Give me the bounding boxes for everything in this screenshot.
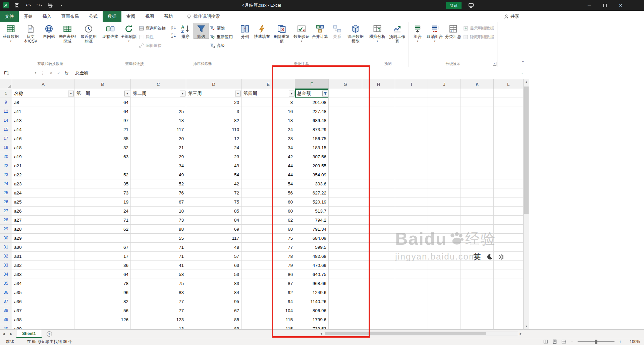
cell-H32[interactable] xyxy=(362,252,395,261)
cell-B26[interactable]: 19 xyxy=(74,197,131,207)
cell-C36[interactable]: 83 xyxy=(131,288,186,297)
cell-D36[interactable]: 84 xyxy=(186,288,241,297)
cell-H15[interactable] xyxy=(362,125,395,134)
cell-B34[interactable]: 64 xyxy=(74,270,131,279)
cell-I35[interactable] xyxy=(395,279,428,288)
formula-bar-resizer[interactable]: ⋮ xyxy=(39,67,46,79)
cell-K9[interactable] xyxy=(461,98,494,107)
undo-button[interactable]: ↶▾ xyxy=(25,2,32,9)
cell-K1[interactable] xyxy=(461,89,494,98)
row-header-35[interactable]: 35 xyxy=(0,279,12,288)
cell-A32[interactable]: a31 xyxy=(12,252,74,261)
cell-I33[interactable] xyxy=(395,261,428,270)
cell-J24[interactable] xyxy=(428,179,461,188)
cell-D23[interactable]: 54 xyxy=(186,170,241,179)
page-layout-view-button[interactable] xyxy=(552,339,557,344)
cell-H23[interactable] xyxy=(362,170,395,179)
moon-icon[interactable] xyxy=(486,253,493,260)
cell-L38[interactable] xyxy=(494,306,523,315)
cell-E17[interactable]: 28 xyxy=(241,134,295,143)
cell-H37[interactable] xyxy=(362,297,395,306)
row-header-22[interactable]: 22 xyxy=(0,161,12,170)
cell-C12[interactable]: 25 xyxy=(131,107,186,116)
cell-F14[interactable]: 689.48 xyxy=(295,116,329,125)
cell-A29[interactable]: a28 xyxy=(12,225,74,234)
cell-J14[interactable] xyxy=(428,116,461,125)
cell-L24[interactable] xyxy=(494,179,523,188)
ribbon-button-sort[interactable]: AZ排序 xyxy=(178,23,193,39)
insert-function-icon[interactable]: fx xyxy=(65,70,68,76)
cell-H40[interactable] xyxy=(362,324,395,329)
cell-L12[interactable] xyxy=(494,107,523,116)
scroll-down-arrow-icon[interactable]: ▼ xyxy=(524,324,529,329)
cell-H29[interactable] xyxy=(362,225,395,234)
ribbon-button-cube[interactable]: 管理数据模型 xyxy=(345,23,366,44)
cell-D26[interactable]: 75 xyxy=(186,197,241,207)
cell-G9[interactable] xyxy=(329,98,362,107)
cell-K35[interactable] xyxy=(461,279,494,288)
cell-H12[interactable] xyxy=(362,107,395,116)
cell-C19[interactable]: 21 xyxy=(131,143,186,152)
cell-I28[interactable] xyxy=(395,216,428,225)
cell-G32[interactable] xyxy=(329,252,362,261)
tab-review[interactable]: 审阅 xyxy=(121,11,140,22)
cell-I25[interactable] xyxy=(395,188,428,197)
expand-formula-bar-icon[interactable]: ⌄ xyxy=(518,67,527,79)
cell-H34[interactable] xyxy=(362,270,395,279)
cell-F1[interactable]: 总金额 xyxy=(295,89,329,98)
cell-E37[interactable]: 94 xyxy=(241,297,295,306)
cell-D37[interactable]: 95 xyxy=(186,297,241,306)
cell-G24[interactable] xyxy=(329,179,362,188)
ribbon-button-consolidate[interactable]: 合并计算 xyxy=(311,23,329,39)
cell-H24[interactable] xyxy=(362,179,395,188)
column-header-L[interactable]: L xyxy=(494,79,523,89)
row-header-15[interactable]: 15 xyxy=(0,125,12,134)
formula-input[interactable]: 总金额 xyxy=(72,67,518,79)
cell-F24[interactable]: 303.6 xyxy=(295,179,329,188)
cell-C32[interactable]: 71 xyxy=(131,252,186,261)
ribbon-button-file[interactable]: 从文本/CSV xyxy=(20,23,41,44)
cell-G12[interactable] xyxy=(329,107,362,116)
cell-G23[interactable] xyxy=(329,170,362,179)
filter-button-D[interactable]: ▼ xyxy=(235,91,241,96)
cell-I30[interactable] xyxy=(395,234,428,243)
cell-G1[interactable] xyxy=(329,89,362,98)
tab-help[interactable]: 帮助 xyxy=(159,11,178,22)
cell-L25[interactable] xyxy=(494,188,523,197)
column-header-G[interactable]: G xyxy=(329,79,362,89)
cell-B31[interactable]: 67 xyxy=(74,243,131,252)
cancel-icon[interactable]: ✕ xyxy=(49,70,53,75)
ribbon-button-props[interactable]: 属性 xyxy=(138,33,168,41)
cell-L35[interactable] xyxy=(494,279,523,288)
cell-G28[interactable] xyxy=(329,216,362,225)
cell-L39[interactable] xyxy=(494,315,523,324)
cell-E15[interactable]: 24 xyxy=(241,125,295,134)
cell-A17[interactable]: a16 xyxy=(12,134,74,143)
cell-B37[interactable]: 82 xyxy=(74,297,131,306)
cell-B40[interactable] xyxy=(74,324,131,329)
cell-D38[interactable]: 67 xyxy=(186,306,241,315)
cell-I32[interactable] xyxy=(395,252,428,261)
cell-A26[interactable]: a25 xyxy=(12,197,74,207)
collapse-ribbon-button[interactable]: ⌃ xyxy=(519,59,527,65)
cell-B35[interactable]: 78 xyxy=(74,279,131,288)
cell-G27[interactable] xyxy=(329,207,362,216)
cell-H33[interactable] xyxy=(362,261,395,270)
cell-D15[interactable]: 110 xyxy=(186,125,241,134)
cell-B28[interactable]: 71 xyxy=(74,216,131,225)
cell-H39[interactable] xyxy=(362,315,395,324)
tab-insert[interactable]: 插入 xyxy=(38,11,56,22)
cell-J31[interactable] xyxy=(428,243,461,252)
cell-K30[interactable] xyxy=(461,234,494,243)
cell-L20[interactable] xyxy=(494,152,523,161)
cell-E24[interactable]: 54 xyxy=(241,179,295,188)
cell-A28[interactable]: a27 xyxy=(12,216,74,225)
cell-J20[interactable] xyxy=(428,152,461,161)
cell-A22[interactable]: a21 xyxy=(12,161,74,170)
cell-C40[interactable]: 13 xyxy=(131,324,186,329)
cell-A25[interactable]: a24 xyxy=(12,188,74,197)
cell-G37[interactable] xyxy=(329,297,362,306)
cell-J33[interactable] xyxy=(428,261,461,270)
cell-D33[interactable]: 63 xyxy=(186,261,241,270)
cell-D30[interactable]: 117 xyxy=(186,234,241,243)
